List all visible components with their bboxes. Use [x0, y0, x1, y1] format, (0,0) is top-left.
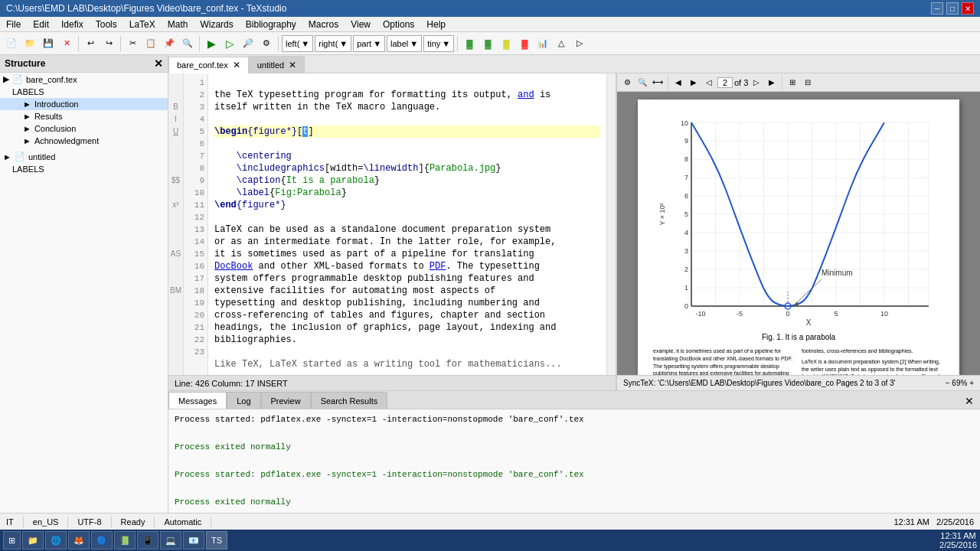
structure-close-button[interactable]: ✕ — [154, 57, 163, 70]
taskbar-item3[interactable]: 💻 — [160, 531, 181, 549]
zoom-minus-button[interactable]: − — [946, 379, 950, 387]
menu-macros[interactable]: Macros — [302, 18, 345, 31]
menu-view[interactable]: View — [345, 18, 377, 31]
preview-next-button[interactable]: ▶ — [765, 76, 779, 90]
menu-edit[interactable]: Edit — [27, 18, 55, 31]
preview-sync-button[interactable]: ⟷ — [651, 76, 665, 90]
red-btn[interactable]: ▓ — [516, 35, 533, 52]
tree-item-conclusion[interactable]: ► Conclusion — [0, 122, 168, 135]
preview-play-button[interactable]: ▶ — [687, 76, 701, 90]
preview-fullscreen-button[interactable]: ⊟ — [801, 76, 815, 90]
find-button[interactable]: 🔍 — [179, 35, 196, 52]
preview-zoom-fit-button[interactable]: ⊞ — [786, 76, 799, 90]
triangle-btn[interactable]: △ — [553, 35, 570, 52]
messages-close-button[interactable]: ✕ — [959, 393, 980, 409]
green-btn-2[interactable]: ▓ — [479, 35, 496, 52]
tab-bare-conf-close[interactable]: ✕ — [233, 60, 240, 70]
zoom-value: 69% — [952, 379, 967, 387]
open-button[interactable]: 📁 — [21, 35, 38, 52]
taskbar-texstudio[interactable]: TS — [206, 531, 227, 549]
code-line-12: or as an intermediate format. In the lat… — [214, 236, 556, 247]
menu-options[interactable]: Options — [377, 18, 420, 31]
preview-sep — [668, 75, 668, 90]
yellow-btn[interactable]: ▓ — [498, 35, 514, 52]
tab-untitled[interactable]: untitled ✕ — [249, 56, 305, 73]
copy-button[interactable]: 📋 — [142, 35, 159, 52]
cut-button[interactable]: ✂ — [124, 35, 141, 52]
taskbar-browser1[interactable]: 🌐 — [45, 531, 67, 549]
green-btn-1[interactable]: ▓ — [461, 35, 478, 52]
taskbar-browser2[interactable]: 🦊 — [68, 531, 90, 549]
stop-button[interactable]: ✕ — [58, 35, 75, 52]
size-dropdown[interactable]: tiny ▼ — [423, 35, 454, 52]
taskbar: ⊞ 📁 🌐 🦊 🔵 📗 📱 💻 📧 TS 12:31 AM 2/25/2016 — [0, 530, 980, 551]
tab-bare-conf[interactable]: bare_conf.tex ✕ — [168, 57, 249, 73]
preview-next-page-button[interactable]: ▷ — [750, 76, 763, 90]
msg-line-5: Process started: pdflatex.exe -synctex=1… — [175, 468, 974, 481]
label-dropdown[interactable]: label ▼ — [387, 35, 422, 52]
taskbar-item1[interactable]: 📗 — [114, 531, 136, 549]
triangle2-btn[interactable]: ▷ — [571, 35, 588, 52]
chart-btn[interactable]: 📊 — [534, 35, 551, 52]
tree-item-labels-2[interactable]: LABELS — [0, 163, 168, 175]
right-paren-dropdown[interactable]: right( ▼ — [315, 35, 351, 52]
paste-button[interactable]: 📌 — [161, 35, 178, 52]
menu-bibliography[interactable]: Bibliography — [240, 18, 302, 31]
editor-status-bar: Line: 426 Column: 17 INSERT — [168, 375, 616, 390]
start-button[interactable]: ⊞ — [3, 531, 21, 549]
tree-item-untitled[interactable]: ► 📄 untitled — [0, 150, 168, 163]
left-paren-dropdown[interactable]: left( ▼ — [282, 35, 313, 52]
compile-step-button[interactable]: ▷ — [221, 35, 238, 52]
size-arrow: ▼ — [442, 39, 450, 48]
compile-button[interactable]: ▶ — [203, 35, 220, 52]
code-line-7: \caption{It is a parabola} — [214, 175, 380, 186]
preview-prev-button[interactable]: ◀ — [671, 76, 685, 90]
tree-item-bare-conf[interactable]: ▶ 📄 bare_conf.tex — [0, 73, 168, 86]
tab-preview[interactable]: Preview — [261, 392, 311, 409]
taskbar-chrome[interactable]: 🔵 — [91, 531, 113, 549]
build-button[interactable]: ⚙ — [258, 35, 275, 52]
tab-search-results[interactable]: Search Results — [311, 392, 388, 409]
menu-wizards[interactable]: Wizards — [194, 18, 239, 31]
minimize-button[interactable]: ─ — [931, 2, 943, 15]
preview-settings-button[interactable]: ⚙ — [620, 76, 634, 90]
tree-item-labels-1[interactable]: LABELS — [0, 86, 168, 98]
preview-prev-page-button[interactable]: ◁ — [702, 76, 716, 90]
menu-help[interactable]: Help — [420, 18, 452, 31]
preview-page-input[interactable] — [717, 77, 733, 88]
tree-item-acknowledgment[interactable]: ► Achnowledgment — [0, 135, 168, 147]
taskbar-item2[interactable]: 📱 — [137, 531, 158, 549]
tree-item-introduction[interactable]: ► Introduction — [0, 98, 168, 110]
code-line-17: typesetting and desktop publishing, incl… — [214, 298, 540, 308]
msg-line-2 — [175, 426, 974, 440]
preview-search-button[interactable]: 🔍 — [635, 76, 649, 90]
menu-math[interactable]: Math — [162, 18, 194, 31]
taskbar-explorer[interactable]: 📁 — [22, 531, 44, 549]
msg-line-3: Process exited normally — [175, 440, 974, 454]
tab-log[interactable]: Log — [227, 392, 260, 409]
undo-button[interactable]: ↩ — [82, 35, 99, 52]
menu-file[interactable]: File — [0, 18, 27, 31]
redo-button[interactable]: ↪ — [100, 35, 117, 52]
tree-item-results[interactable]: ► Results — [0, 110, 168, 122]
tab-untitled-close[interactable]: ✕ — [289, 60, 296, 70]
preview-body-text: example, it is sometimes used as part of… — [653, 347, 944, 375]
tab-messages[interactable]: Messages — [168, 392, 227, 409]
preview-page-of: of 3 — [734, 78, 748, 87]
new-button[interactable]: 📄 — [3, 35, 20, 52]
zoom-plus-button[interactable]: + — [969, 379, 974, 387]
menu-idefix[interactable]: Idefix — [55, 18, 90, 31]
code-editor[interactable]: the TeX typesetting program for formatti… — [208, 73, 606, 375]
maximize-button[interactable]: □ — [946, 2, 959, 15]
preview-page-view[interactable]: -10 -5 0 5 10 X 0 1 — [617, 92, 980, 375]
code-line-2: itself written in the TeX macro language… — [214, 102, 440, 112]
save-button[interactable]: 💾 — [40, 35, 57, 52]
menu-latex[interactable]: LaTeX — [123, 18, 162, 31]
line-col-status: Line: 426 Column: 17 INSERT — [175, 379, 288, 388]
taskbar-mail[interactable]: 📧 — [183, 531, 204, 549]
menu-tools[interactable]: Tools — [90, 18, 123, 31]
close-button[interactable]: ✕ — [962, 2, 974, 15]
editor-scrollbar[interactable] — [606, 73, 616, 375]
part-dropdown[interactable]: part ▼ — [353, 35, 385, 52]
zoom-button[interactable]: 🔎 — [240, 35, 256, 52]
